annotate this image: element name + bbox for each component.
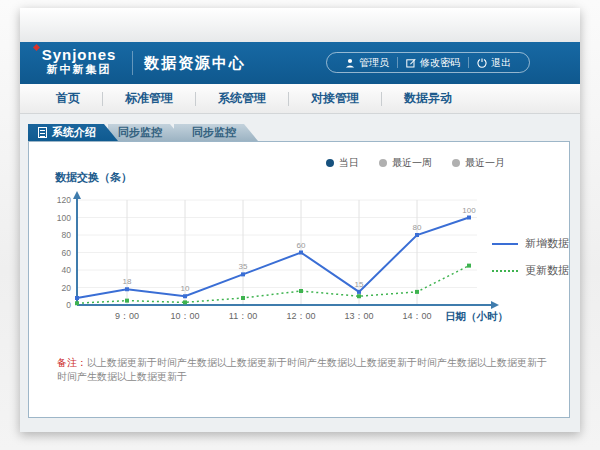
svg-text:12：00: 12：00 [286,311,315,321]
svg-text:35: 35 [239,262,248,271]
nav-item-standard-mgmt[interactable]: 标准管理 [103,90,195,107]
filter-last-month[interactable]: 最近一月 [452,156,505,170]
chart-panel: 当日 最近一周 最近一月 数据交换（条） 0204060801001209：00… [28,141,570,418]
svg-text:10：00: 10：00 [170,311,199,321]
tab-bar: 系统介绍 同步监控 同步监控 [28,124,258,141]
svg-text:100: 100 [462,206,476,215]
svg-text:100: 100 [57,213,71,223]
svg-text:60: 60 [62,248,72,258]
legend-line-dotted-icon [492,268,518,274]
svg-text:日期（小时）: 日期（小时） [445,310,508,323]
svg-text:120: 120 [57,195,71,205]
time-range-filters: 当日 最近一周 最近一月 [326,156,505,170]
app-page: Synjones 新中新集团 数据资源中心 管理员 [20,8,580,432]
browser-top-strip [20,8,580,42]
main-nav: 首页 标准管理 系统管理 对接管理 数据异动 [20,84,580,114]
radio-icon [379,159,387,167]
radio-icon [326,159,334,167]
app-header: Synjones 新中新集团 数据资源中心 管理员 [20,42,580,84]
footnote-text: 以上数据更新于时间产生数据以上数据更新于时间产生数据以上数据更新于时间产生数据以… [57,357,547,382]
svg-text:15: 15 [355,280,364,289]
tab-system-intro[interactable]: 系统介绍 [28,124,118,141]
user-menu: 管理员 修改密码 退出 [326,52,530,73]
svg-text:10: 10 [181,284,190,293]
power-icon [477,58,487,68]
legend-item-updated-data: 更新数据 [492,263,569,278]
svg-text:13：00: 13：00 [344,311,373,321]
nav-item-system-mgmt[interactable]: 系统管理 [196,90,288,107]
tab-sync-monitor-2[interactable]: 同步监控 [174,124,258,141]
footnote: 备注：以上数据更新于时间产生数据以上数据更新于时间产生数据以上数据更新于时间产生… [57,356,547,384]
page-title: 数据资源中心 [144,54,246,73]
logo-text-en: Synjones [36,46,122,63]
nav-item-data-change[interactable]: 数据异动 [382,90,474,107]
document-icon [38,127,47,138]
tab-sync-monitor-1[interactable]: 同步监控 [108,124,184,141]
chart-legend: 新增数据 更新数据 [492,236,569,278]
svg-text:20: 20 [62,283,72,293]
chart-canvas: 0204060801001209：0010：0011：0012：0013：001… [49,186,519,336]
content-area: 系统介绍 同步监控 同步监控 当日 最近一周 [20,114,580,432]
radio-icon [452,159,460,167]
svg-text:40: 40 [62,265,72,275]
change-password-button[interactable]: 修改密码 [398,56,468,70]
logo-spark-icon [33,44,40,51]
edit-icon [406,58,416,68]
nav-item-interface-mgmt[interactable]: 对接管理 [289,90,381,107]
svg-text:0: 0 [66,300,71,310]
user-name-button[interactable]: 管理员 [337,56,397,70]
filter-last-week[interactable]: 最近一周 [379,156,432,170]
svg-text:18: 18 [123,277,132,286]
line-chart: 0204060801001209：0010：0011：0012：0013：001… [49,186,519,336]
chart-y-axis-title: 数据交换（条） [55,170,132,185]
screen: Synjones 新中新集团 数据资源中心 管理员 [0,0,600,450]
svg-text:80: 80 [413,223,422,232]
footnote-label: 备注： [57,357,87,368]
logo-text-cn: 新中新集团 [36,63,122,76]
svg-text:60: 60 [297,241,306,250]
legend-item-new-data: 新增数据 [492,236,569,251]
nav-item-home[interactable]: 首页 [34,90,102,107]
logout-button[interactable]: 退出 [469,56,519,70]
legend-line-solid-icon [492,241,518,247]
filter-today[interactable]: 当日 [326,156,359,170]
svg-text:80: 80 [62,230,72,240]
company-logo: Synjones 新中新集团 [36,46,122,76]
svg-text:9：00: 9：00 [115,311,139,321]
user-icon [345,58,355,68]
svg-text:14：00: 14：00 [402,311,431,321]
svg-text:11：00: 11：00 [229,311,257,321]
header-divider [132,51,133,75]
